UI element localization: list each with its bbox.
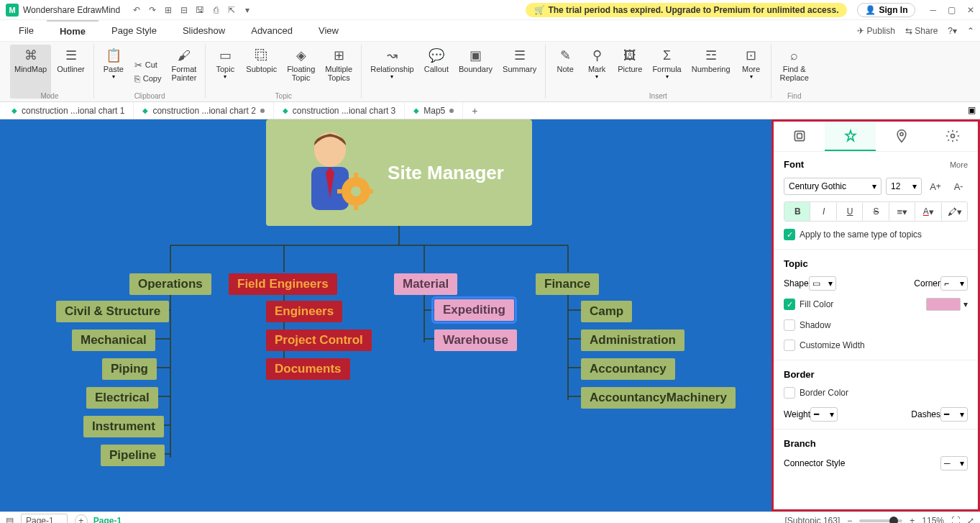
undo-icon[interactable]: ↶ — [130, 4, 143, 17]
font-size-input[interactable]: 12▾ — [886, 178, 922, 195]
redo-icon[interactable]: ↷ — [146, 4, 159, 17]
new-icon[interactable]: ⊞ — [162, 4, 175, 17]
page-tab[interactable]: Page-1 — [93, 516, 122, 524]
fillcolor-checkbox[interactable]: ✓ Fill Color ▾ — [784, 298, 968, 311]
node-electrical[interactable]: Electrical — [86, 387, 158, 409]
zoom-slider[interactable] — [859, 519, 902, 522]
node-field-engineers[interactable]: Field Engineers — [229, 273, 337, 295]
summary-button[interactable]: ☰Summary — [498, 45, 541, 99]
shape-select[interactable]: ▭▾ — [809, 276, 836, 291]
topic-button[interactable]: ▭Topic▾ — [210, 45, 240, 99]
node-piping[interactable]: Piping — [102, 358, 157, 380]
menu-pagestyle[interactable]: Page Style — [99, 21, 170, 40]
menu-slideshow[interactable]: Slideshow — [170, 21, 238, 40]
publish-button[interactable]: ✈ Publish — [857, 26, 895, 36]
weight-select[interactable]: ━▾ — [810, 407, 838, 422]
doc-tab-2[interactable]: ◆construction ...ional chart 2 — [134, 102, 273, 119]
add-tab-button[interactable]: + — [463, 102, 486, 119]
panel-toggle-icon[interactable]: ▣ — [968, 105, 976, 115]
outline-view-icon[interactable]: ▤ — [6, 516, 14, 524]
highlight-button[interactable]: 🖍▾ — [942, 202, 967, 221]
node-pipeline[interactable]: Pipeline — [101, 445, 165, 466]
outliner-button[interactable]: ☰Outliner — [52, 45, 89, 99]
panel-tab-map[interactable] — [876, 122, 927, 151]
panel-tab-style[interactable] — [825, 122, 876, 151]
node-warehouse[interactable]: Warehouse — [434, 329, 517, 351]
connector-style-select[interactable]: ─▾ — [940, 456, 968, 470]
node-accountancy[interactable]: Accountancy — [581, 358, 675, 380]
minimize-icon[interactable]: ─ — [930, 5, 936, 15]
underline-button[interactable]: U — [837, 202, 863, 221]
node-engineers[interactable]: Engineers — [266, 301, 342, 322]
maximize-icon[interactable]: ▢ — [948, 5, 956, 15]
qat-more-icon[interactable]: ▾ — [241, 4, 254, 17]
subtopic-button[interactable]: ⿻Subtopic — [242, 45, 281, 99]
strike-button[interactable]: S — [863, 202, 889, 221]
trial-banner[interactable]: 🛒 The trial period has expired. Upgrade … — [526, 3, 847, 17]
format-painter-button[interactable]: 🖌Format Painter — [167, 45, 201, 99]
root-node[interactable]: Site Manager — [266, 119, 532, 226]
bold-button[interactable]: B — [784, 202, 810, 221]
paste-button[interactable]: 📋Paste▾ — [99, 45, 129, 99]
node-instrument[interactable]: Instrument — [83, 416, 164, 437]
formula-button[interactable]: ΣFormula▾ — [648, 45, 685, 99]
shadow-checkbox[interactable]: Shadow — [784, 319, 968, 331]
node-camp[interactable]: Camp — [581, 301, 632, 322]
more-button[interactable]: ⊡More▾ — [736, 45, 766, 99]
font-family-select[interactable]: Century Gothic▾ — [784, 178, 881, 195]
open-icon[interactable]: ⊟ — [178, 4, 191, 17]
zoom-thumb[interactable] — [889, 517, 898, 524]
dashes-select[interactable]: ━▾ — [940, 407, 968, 422]
fill-color-swatch[interactable] — [926, 298, 961, 311]
corner-select[interactable]: ⌐▾ — [940, 276, 968, 291]
custom-width-checkbox[interactable]: Customize Width — [784, 340, 968, 351]
zoom-out-button[interactable]: − — [847, 516, 852, 524]
italic-button[interactable]: I — [810, 202, 836, 221]
zoom-in-button[interactable]: + — [910, 516, 915, 524]
relationship-button[interactable]: ↝Relationship▾ — [366, 45, 418, 99]
mindmap-button[interactable]: ⌘MindMap — [10, 45, 51, 99]
signin-button[interactable]: 👤 Sign In — [857, 3, 915, 17]
panel-tab-settings[interactable] — [927, 122, 978, 151]
font-more-link[interactable]: More — [950, 160, 968, 169]
node-documents[interactable]: Documents — [266, 358, 350, 380]
fullscreen-icon[interactable]: ⤢ — [967, 516, 974, 524]
node-administration[interactable]: Administration — [581, 329, 684, 351]
align-button[interactable]: ≡▾ — [889, 202, 915, 221]
save-icon[interactable]: 🖫 — [193, 4, 206, 17]
menu-view[interactable]: View — [306, 21, 352, 40]
node-accountancy-machinery[interactable]: AccountancyMachinery — [581, 387, 736, 409]
canvas[interactable]: Site Manager Operations Field Engineers … — [0, 119, 771, 511]
apply-same-checkbox[interactable]: ✓ Apply to the same type of topics — [784, 229, 968, 240]
border-color-checkbox[interactable]: Border Color — [784, 387, 968, 399]
page-select[interactable]: Page-1 — [21, 514, 68, 524]
menu-file[interactable]: File — [6, 21, 47, 40]
numbering-button[interactable]: ☲Numbering — [687, 45, 735, 99]
node-civil[interactable]: Civil & Structure — [56, 301, 169, 322]
node-mechanical[interactable]: Mechanical — [72, 329, 155, 351]
increase-font-button[interactable]: A+ — [926, 177, 945, 196]
mark-button[interactable]: ⚲Mark▾ — [582, 45, 612, 99]
node-expediting[interactable]: Expediting — [434, 299, 514, 321]
callout-button[interactable]: 💬Callout — [420, 45, 453, 99]
boundary-button[interactable]: ▣Boundary — [454, 45, 497, 99]
cut-button[interactable]: ✂Cut — [130, 59, 166, 71]
share-button[interactable]: ⇆ Share — [905, 26, 938, 36]
export-icon[interactable]: ⇱ — [225, 4, 238, 17]
note-button[interactable]: ✎Note — [550, 45, 580, 99]
print-icon[interactable]: ⎙ — [209, 4, 222, 17]
node-material[interactable]: Material — [394, 273, 457, 295]
add-page-button[interactable]: + — [75, 514, 88, 524]
node-project-control[interactable]: Project Control — [266, 329, 372, 351]
font-color-button[interactable]: A▾ — [915, 202, 941, 221]
menu-home[interactable]: Home — [47, 20, 99, 41]
fit-page-icon[interactable]: ⛶ — [951, 516, 960, 524]
floating-topic-button[interactable]: ◈Floating Topic — [283, 45, 319, 99]
decrease-font-button[interactable]: A- — [949, 177, 968, 196]
doc-tab-1[interactable]: ◆construction ...ional chart 1 — [3, 102, 134, 119]
close-icon[interactable]: ✕ — [967, 5, 974, 15]
node-finance[interactable]: Finance — [536, 273, 599, 295]
collapse-ribbon-icon[interactable]: ⌃ — [967, 26, 974, 36]
menu-advanced[interactable]: Advanced — [238, 21, 306, 40]
help-icon[interactable]: ?▾ — [948, 26, 957, 36]
